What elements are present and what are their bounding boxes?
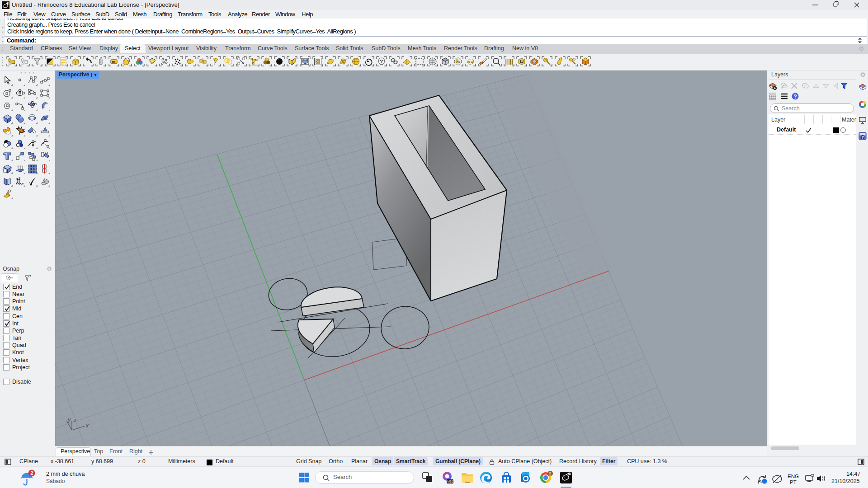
svg-text:x: x xyxy=(85,422,89,429)
svg-text:ID: ID xyxy=(112,60,116,64)
svg-text:PT: PT xyxy=(790,479,797,485)
svg-text:y: y xyxy=(67,417,71,423)
svg-text:ENG: ENG xyxy=(788,474,799,479)
svg-text:?: ? xyxy=(794,94,797,100)
svg-text:z: z xyxy=(73,417,76,423)
svg-text:8: 8 xyxy=(569,472,571,476)
svg-text:2: 2 xyxy=(31,470,33,476)
svg-text:?: ? xyxy=(862,135,864,140)
svg-text:M365: M365 xyxy=(448,480,455,483)
